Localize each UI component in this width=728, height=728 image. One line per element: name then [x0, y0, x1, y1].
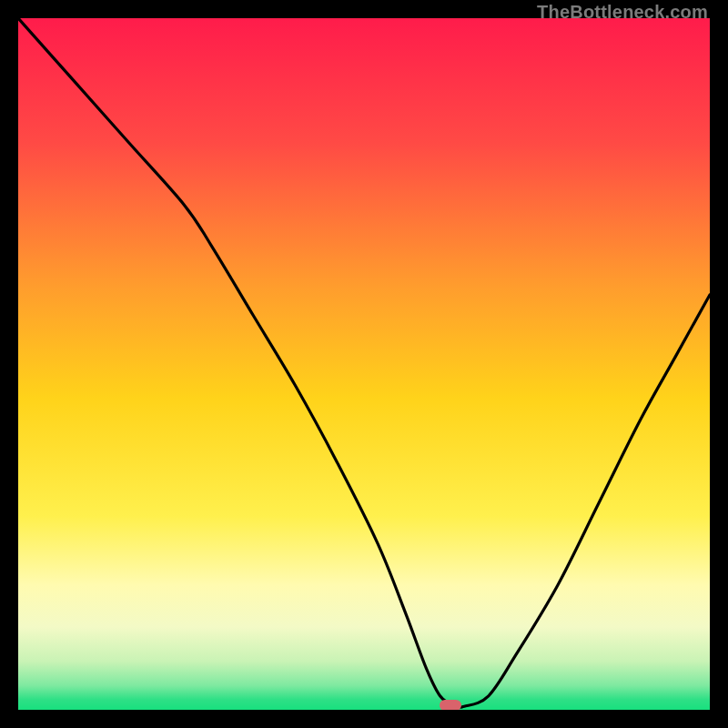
minimum-marker — [440, 700, 461, 710]
bottleneck-curve — [18, 18, 710, 710]
chart-frame: TheBottleneck.com — [0, 0, 728, 728]
plot-area — [18, 18, 710, 710]
